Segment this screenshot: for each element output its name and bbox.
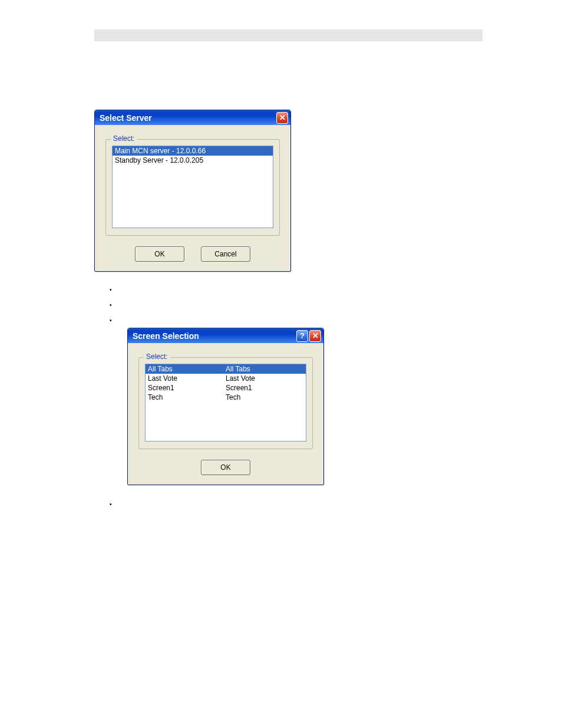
server-listbox[interactable]: Main MCN server - 12.0.0.66Standby Serve… xyxy=(112,146,273,228)
close-icon[interactable]: ✕ xyxy=(276,112,288,124)
select-groupbox: Select: Main MCN server - 12.0.0.66Stand… xyxy=(105,139,280,236)
bullet-item: • xyxy=(110,496,112,512)
help-icon[interactable]: ? xyxy=(296,330,308,342)
group-label: Select: xyxy=(111,134,137,143)
bullet-list: • • • xyxy=(110,282,112,328)
list-item[interactable]: All TabsAll Tabs xyxy=(146,364,306,374)
list-item[interactable]: Screen1Screen1 xyxy=(146,383,306,393)
bullet-item: • xyxy=(110,282,112,297)
dialog-title: Select Server xyxy=(100,113,152,123)
list-item[interactable]: TechTech xyxy=(146,393,306,402)
ok-button[interactable]: OK xyxy=(201,460,250,475)
list-item[interactable]: Last VoteLast Vote xyxy=(146,374,306,383)
ok-button[interactable]: OK xyxy=(135,246,184,262)
bullet-list: • xyxy=(110,496,112,512)
cancel-button[interactable]: Cancel xyxy=(201,246,250,262)
select-groupbox: Select: All TabsAll TabsLast VoteLast Vo… xyxy=(138,357,313,449)
close-icon[interactable]: ✕ xyxy=(309,330,321,342)
list-item[interactable]: Standby Server - 12.0.0.205 xyxy=(113,156,273,165)
titlebar[interactable]: Select Server ✕ xyxy=(95,110,290,125)
dialog-title: Screen Selection xyxy=(133,331,199,341)
screen-listbox[interactable]: All TabsAll TabsLast VoteLast VoteScreen… xyxy=(145,364,306,442)
header-bar xyxy=(94,29,482,41)
select-server-dialog: Select Server ✕ Select: Main MCN server … xyxy=(94,110,291,272)
titlebar[interactable]: Screen Selection ? ✕ xyxy=(128,328,323,343)
group-label: Select: xyxy=(144,353,170,361)
list-item[interactable]: Main MCN server - 12.0.0.66 xyxy=(113,146,273,156)
bullet-item: • xyxy=(110,297,112,312)
screen-selection-dialog: Screen Selection ? ✕ Select: All TabsAll… xyxy=(127,328,324,485)
bullet-item: • xyxy=(110,312,112,328)
